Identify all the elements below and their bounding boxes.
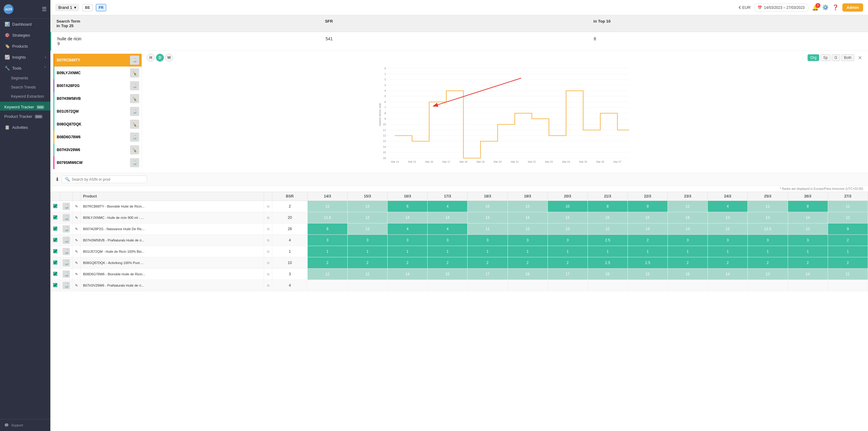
product-item-b007a28p2g[interactable]: B007A28P2G 🍶: [54, 80, 142, 92]
time-btn-h[interactable]: H: [147, 54, 155, 62]
rank-cell: 1: [788, 246, 828, 257]
svg-text:Mar 14: Mar 14: [391, 160, 399, 163]
rank-cell: 12: [788, 223, 828, 235]
rank-cell: 6: [388, 201, 428, 212]
sidebar-item-label: Segments: [11, 76, 28, 80]
sidebar-item-tools[interactable]: 🔧 Tools ˅: [0, 63, 50, 73]
col-date-23: 23/3: [668, 192, 708, 201]
product-item-b07h3w58vb[interactable]: B07H3W58VB 🍾: [54, 92, 142, 105]
product-code: B07RCB88TY: [57, 58, 80, 62]
row-checkbox[interactable]: [53, 249, 57, 253]
sidebar-item-segments[interactable]: Segments: [0, 73, 50, 83]
product-item-b07rcb88ty[interactable]: B07RCB88TY 🍶: [54, 54, 142, 66]
rank-cell: 3: [388, 235, 428, 246]
rank-cell: 14: [788, 212, 828, 223]
settings-icon[interactable]: ⚙️: [822, 4, 829, 11]
rank-cell: 4: [428, 201, 468, 212]
close-chart-button[interactable]: ✕: [858, 55, 862, 61]
copy-icon[interactable]: ⧉: [267, 216, 270, 219]
rank-cell: 2: [388, 257, 428, 269]
time-btn-d[interactable]: D: [156, 54, 164, 62]
svg-text:5: 5: [384, 95, 386, 98]
edit-icon[interactable]: ✎: [75, 272, 78, 276]
rank-cell-empty: [668, 280, 708, 291]
view-button-group: Org Sp G Both ✕: [808, 54, 862, 61]
copy-icon[interactable]: ⧉: [267, 261, 270, 265]
product-item-b079smw6cw[interactable]: B079SMW6CW 🍶: [54, 156, 142, 169]
y-axis: 0 1 2 3 4 5 6 7 8 9 10 11 12 13: [383, 67, 386, 160]
copy-icon[interactable]: ⧉: [267, 272, 270, 276]
lang-be-button[interactable]: BE: [83, 4, 93, 11]
edit-icon[interactable]: ✎: [75, 227, 78, 231]
product-search-wrap[interactable]: 🔍: [62, 176, 147, 183]
product-search-input[interactable]: [72, 177, 144, 182]
product-thumbnail: 🍾: [130, 120, 139, 129]
product-item-b09lyjxnmc[interactable]: B09LYJXNMC 🍾: [54, 66, 142, 80]
sidebar-item-strategies[interactable]: 🎯 Strategies: [0, 30, 50, 40]
notification-button[interactable]: 🔔 7: [812, 4, 818, 11]
svg-text:4: 4: [384, 89, 386, 92]
brand-selector[interactable]: Brand 1 ▾: [55, 4, 79, 11]
currency-selector[interactable]: € EUR: [739, 5, 750, 10]
view-btn-both[interactable]: Both: [841, 54, 854, 61]
rank-cell: 16: [468, 201, 507, 212]
row-checkbox[interactable]: [53, 226, 57, 231]
row-checkbox[interactable]: [53, 272, 57, 276]
row-checkbox[interactable]: [53, 238, 57, 242]
rank-cell: 3: [507, 235, 548, 246]
bsr-value: 2: [272, 201, 308, 212]
download-icon[interactable]: ⬇: [55, 177, 59, 182]
product-item-b07h3v29w6[interactable]: B07H3V29W6 🍾: [54, 144, 142, 156]
copy-icon[interactable]: ⧉: [267, 283, 270, 287]
edit-icon[interactable]: ✎: [75, 205, 78, 208]
rank-cell: 4: [388, 223, 428, 235]
copy-icon[interactable]: ⧉: [267, 205, 270, 208]
rank-cell: 16: [668, 269, 708, 280]
product-item-b08gq87dqk[interactable]: B08GQ87DQK 🍾: [54, 118, 142, 131]
row-checkbox[interactable]: [53, 215, 57, 219]
product-item-b01ij572qm[interactable]: B01IJ572QM 🍶: [54, 105, 142, 118]
table-header-row: Product BSR 14/3 15/3 16/3 17/3 18/3 19/…: [51, 192, 868, 201]
euro-icon: €: [739, 5, 741, 10]
time-btn-w[interactable]: W: [165, 54, 173, 62]
sidebar-item-product-tracker[interactable]: Product Tracker beta: [0, 111, 50, 122]
sidebar-item-products[interactable]: 🏷️ Products: [0, 40, 50, 52]
view-btn-sp[interactable]: Sp: [820, 54, 831, 61]
svg-text:10: 10: [383, 123, 386, 126]
rank-cell: 12: [307, 201, 347, 212]
rank-cell: 11: [828, 269, 868, 280]
sidebar-item-keyword-tracker[interactable]: Keyword Tracker beta: [0, 102, 50, 111]
product-item-b08d6g78w6[interactable]: B08D6G78W6 🍶: [54, 131, 142, 144]
admin-button[interactable]: Admin: [842, 3, 863, 11]
sidebar-item-activities[interactable]: 📋 Activities: [0, 122, 50, 133]
rank-cell: 2: [828, 235, 868, 246]
activities-icon: 📋: [4, 125, 10, 130]
lang-fr-button[interactable]: FR: [96, 4, 106, 11]
edit-icon[interactable]: ✎: [75, 216, 78, 219]
rank-cell: 11: [748, 201, 788, 212]
copy-icon[interactable]: ⧉: [267, 250, 270, 253]
view-btn-org[interactable]: Org: [808, 54, 819, 61]
sidebar-item-dashboard[interactable]: 📊 Dashboard: [0, 19, 50, 30]
copy-icon[interactable]: ⧉: [267, 227, 270, 231]
product-code: B09LYJXNMC: [57, 71, 81, 75]
date-range-selector[interactable]: 📅 14/03/2023 – 27/03/2023: [754, 4, 808, 11]
edit-icon[interactable]: ✎: [75, 261, 78, 265]
chart-area: H D W Org Sp G Both ✕: [147, 54, 862, 170]
sidebar-item-keyword-extraction[interactable]: Keyword Extraction: [0, 92, 50, 101]
edit-icon[interactable]: ✎: [75, 250, 78, 253]
sidebar-item-insights[interactable]: 📈 Insights ‹: [0, 52, 50, 63]
svg-text:Mar 22: Mar 22: [528, 160, 536, 163]
edit-icon[interactable]: ✎: [75, 283, 78, 287]
hamburger-menu[interactable]: ☰: [42, 6, 47, 12]
sidebar-item-search-trends[interactable]: Search Trends: [0, 83, 50, 92]
row-checkbox[interactable]: [53, 204, 57, 208]
rank-cell: 15: [627, 212, 668, 223]
edit-icon[interactable]: ✎: [75, 238, 78, 242]
help-icon[interactable]: ❓: [832, 4, 839, 11]
copy-icon[interactable]: ⧉: [267, 238, 270, 242]
row-checkbox[interactable]: [53, 283, 57, 287]
view-btn-g[interactable]: G: [832, 54, 840, 61]
row-checkbox[interactable]: [53, 260, 57, 265]
chat-widget[interactable]: 💬 Support: [0, 419, 50, 431]
